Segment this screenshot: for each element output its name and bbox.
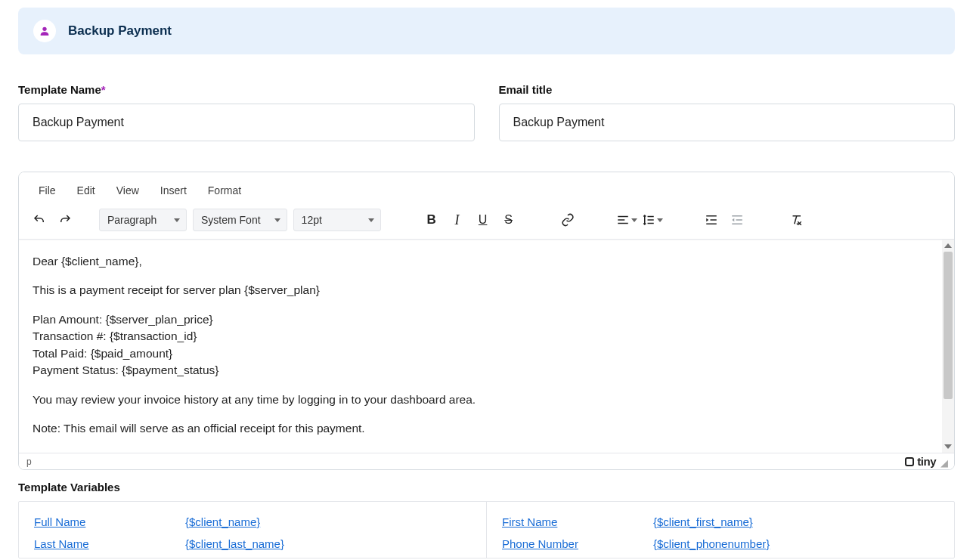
banner-title: Backup Payment [68,23,172,39]
menu-format[interactable]: Format [197,178,252,203]
editor-line: Note: This email will serve as an offici… [33,420,940,437]
template-name-label: Template Name* [18,83,475,96]
email-title-label: Email title [499,83,956,96]
editor-line: Transaction #: {$transaction_id} [33,328,940,345]
menu-edit[interactable]: Edit [67,178,106,203]
var-token-link[interactable]: {$client_name} [185,515,260,528]
table-row: First Name {$client_first_name} [502,511,954,533]
clear-format-button[interactable] [785,209,807,231]
editor-line: Plan Amount: {$server_plan_price} [33,311,940,328]
indent-button[interactable] [700,209,723,231]
font-size-select[interactable]: 12pt [293,209,381,231]
editor-line: Total Paid: {$paid_amount} [33,345,940,362]
editor-content-area[interactable]: Dear {$client_name}, This is a payment r… [19,240,954,453]
line-height-button[interactable] [641,209,664,231]
bold-button[interactable]: B [420,209,443,231]
var-token-link[interactable]: {$client_last_name} [185,537,284,550]
resize-handle-icon[interactable]: ◢ [940,458,948,468]
svg-point-0 [42,27,46,31]
page-banner: Backup Payment [18,8,955,54]
menu-insert[interactable]: Insert [150,178,197,203]
var-label-link[interactable]: First Name [502,515,653,528]
outdent-button[interactable] [726,209,748,231]
table-row: Full Name {$client_name} [34,511,486,533]
editor-statusbar: p tiny ◢ [19,453,954,469]
editor-menubar: File Edit View Insert Format [19,172,954,203]
editor-line: You may review your invoice history at a… [33,391,940,408]
menu-view[interactable]: View [106,178,150,203]
underline-button[interactable]: U [472,209,494,231]
editor-line: Payment Status: {$payment_status} [33,362,940,379]
user-icon [33,20,56,42]
var-label-link[interactable]: Phone Number [502,537,653,550]
italic-button[interactable]: I [446,209,469,231]
editor-line: This is a payment receipt for server pla… [33,282,940,299]
var-label-link[interactable]: Full Name [34,515,185,528]
block-format-select[interactable]: Paragraph [99,209,187,231]
tiny-logo[interactable]: tiny [905,455,936,468]
template-name-input[interactable] [18,104,475,141]
table-row: Last Name {$client_last_name} [34,533,486,555]
editor-scrollbar[interactable] [942,240,954,453]
strikethrough-button[interactable]: S [497,209,520,231]
var-token-link[interactable]: {$client_first_name} [653,515,753,528]
var-token-link[interactable]: {$client_phonenumber} [653,537,770,550]
var-label-link[interactable]: Last Name [34,537,185,550]
rich-text-editor: File Edit View Insert Format Paragraph S… [18,172,955,470]
undo-button[interactable] [28,209,51,231]
table-row: Phone Number {$client_phonenumber} [502,533,954,555]
redo-button[interactable] [54,209,76,231]
menu-file[interactable]: File [28,178,67,203]
scroll-thumb[interactable] [944,252,953,399]
scroll-up-icon[interactable] [942,240,954,252]
template-variables-heading: Template Variables [18,481,955,493]
align-button[interactable] [615,209,638,231]
editor-toolbar: Paragraph System Font 12pt B I U S [19,203,954,240]
element-path[interactable]: p [26,456,32,467]
link-button[interactable] [556,209,579,231]
editor-line: Dear {$client_name}, [33,253,940,270]
email-title-input[interactable] [499,104,956,141]
font-family-select[interactable]: System Font [193,209,287,231]
scroll-down-icon[interactable] [942,441,954,453]
template-variables-table: Full Name {$client_name} Last Name {$cli… [18,501,955,558]
